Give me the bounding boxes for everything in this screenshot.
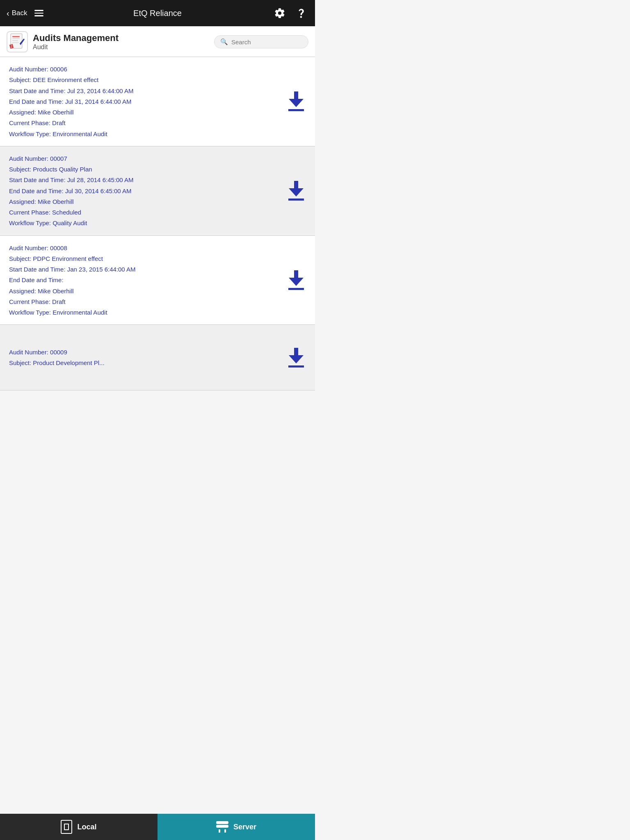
svg-rect-3 xyxy=(12,40,18,41)
search-box[interactable]: 🔍 xyxy=(214,35,308,48)
audit-field: Workflow Type: Environmental Audit xyxy=(9,308,280,317)
audit-field: Start Date and Time: Jul 28, 2014 6:45:0… xyxy=(9,175,280,185)
audit-field: Current Phase: Draft xyxy=(9,118,280,128)
help-button[interactable] xyxy=(294,6,308,21)
svg-rect-2 xyxy=(12,38,20,39)
audit-info: Audit Number: 00006Subject: DEE Environm… xyxy=(9,64,280,139)
download-button[interactable] xyxy=(284,268,308,292)
audit-field: Assigned: Mike Oberhill xyxy=(9,197,280,206)
search-input[interactable] xyxy=(231,39,302,46)
download-icon xyxy=(288,270,304,290)
audit-item[interactable]: Audit Number: 00006Subject: DEE Environm… xyxy=(0,57,315,146)
audit-item[interactable]: Audit Number: 00008Subject: PDPC Environ… xyxy=(0,236,315,325)
download-icon xyxy=(288,181,304,201)
back-chevron-icon: ‹ xyxy=(7,9,9,18)
audit-field: Workflow Type: Environmental Audit xyxy=(9,129,280,139)
search-icon: 🔍 xyxy=(220,38,228,46)
audit-field: End Date and Time: Jul 30, 2014 6:45:00 … xyxy=(9,186,280,196)
app-icon xyxy=(7,31,28,52)
audit-list: Audit Number: 00006Subject: DEE Environm… xyxy=(0,57,315,417)
audit-field: End Date and Time: xyxy=(9,275,280,285)
help-icon xyxy=(295,7,307,19)
audit-field: End Date and Time: Jul 31, 2014 6:44:00 … xyxy=(9,97,280,106)
settings-button[interactable] xyxy=(272,6,287,21)
svg-rect-4 xyxy=(12,42,19,43)
menu-button[interactable] xyxy=(34,10,43,16)
page-header: Audits Management Audit 🔍 xyxy=(0,26,315,57)
audit-field: Start Date and Time: Jul 23, 2014 6:44:0… xyxy=(9,86,280,96)
audit-info: Audit Number: 00007Subject: Products Qua… xyxy=(9,154,280,228)
audit-info: Audit Number: 00008Subject: PDPC Environ… xyxy=(9,243,280,317)
audit-field: Subject: PDPC Environment effect xyxy=(9,254,280,263)
download-button[interactable] xyxy=(284,178,308,203)
app-title: EtQ Reliance xyxy=(133,9,182,18)
audit-field: Subject: DEE Environment effect xyxy=(9,75,280,84)
audit-field: Audit Number: 00007 xyxy=(9,154,280,163)
download-icon xyxy=(288,348,304,368)
nav-icons xyxy=(272,6,308,21)
back-button[interactable]: ‹ Back xyxy=(7,9,27,18)
download-icon xyxy=(288,91,304,111)
audit-field: Assigned: Mike Oberhill xyxy=(9,286,280,296)
audit-field: Audit Number: 00009 xyxy=(9,347,280,357)
audit-field: Current Phase: Scheduled xyxy=(9,208,280,217)
audit-item[interactable]: Audit Number: 00009Subject: Product Deve… xyxy=(0,325,315,390)
svg-rect-1 xyxy=(12,36,20,37)
page-title: Audits Management xyxy=(33,33,119,43)
audit-field: Assigned: Mike Oberhill xyxy=(9,107,280,117)
header-text: Audits Management Audit xyxy=(33,33,119,51)
download-button[interactable] xyxy=(284,345,308,370)
audit-field: Audit Number: 00006 xyxy=(9,64,280,74)
top-navigation: ‹ Back EtQ Reliance xyxy=(0,0,315,26)
header-left: Audits Management Audit xyxy=(7,31,119,52)
audits-icon xyxy=(8,33,26,51)
audit-item[interactable]: Audit Number: 00007Subject: Products Qua… xyxy=(0,146,315,236)
back-label: Back xyxy=(12,9,27,17)
audit-field: Subject: Products Quality Plan xyxy=(9,164,280,174)
audit-field: Start Date and Time: Jan 23, 2015 6:44:0… xyxy=(9,265,280,274)
audit-field: Workflow Type: Quality Audit xyxy=(9,218,280,228)
audit-field: Audit Number: 00008 xyxy=(9,243,280,253)
gear-icon xyxy=(274,7,285,19)
download-button[interactable] xyxy=(284,89,308,114)
audit-field: Subject: Product Development Pl... xyxy=(9,358,280,368)
page-subtitle: Audit xyxy=(33,43,119,51)
audit-info: Audit Number: 00009Subject: Product Deve… xyxy=(9,347,280,368)
audit-field: Current Phase: Draft xyxy=(9,297,280,306)
